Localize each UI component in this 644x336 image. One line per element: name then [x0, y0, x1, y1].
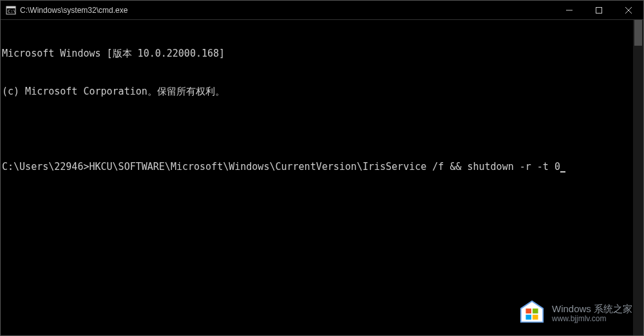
window-controls	[554, 1, 643, 19]
svg-rect-8	[533, 308, 538, 313]
svg-rect-9	[526, 315, 531, 320]
svg-rect-1	[6, 6, 15, 8]
svg-text:C:\: C:\	[8, 9, 16, 14]
prompt-text: C:\Users\22946>	[2, 161, 89, 173]
svg-rect-7	[526, 308, 531, 313]
svg-rect-10	[533, 315, 538, 320]
watermark-url: www.bjjmlv.com	[552, 315, 632, 323]
minimize-button[interactable]	[554, 1, 584, 20]
command-text: HKCU\SOFTWARE\Microsoft\Windows\CurrentV…	[89, 161, 560, 173]
terminal-body[interactable]: Microsoft Windows [版本 10.0.22000.168] (c…	[1, 20, 643, 335]
cmd-window: C:\ C:\Windows\system32\cmd.exe Microsof…	[0, 0, 644, 336]
watermark-text: Windows 系统之家 www.bjjmlv.com	[552, 304, 632, 323]
cursor	[560, 171, 565, 173]
copyright-line: (c) Microsoft Corporation。保留所有权利。	[2, 86, 642, 98]
scrollbar-thumb[interactable]	[634, 20, 642, 46]
close-button[interactable]	[614, 1, 643, 20]
version-line: Microsoft Windows [版本 10.0.22000.168]	[2, 48, 642, 61]
windows-logo-icon	[518, 300, 545, 327]
scrollbar[interactable]	[633, 20, 643, 335]
prompt-line: C:\Users\22946>HKCU\SOFTWARE\Microsoft\W…	[2, 161, 642, 174]
window-title: C:\Windows\system32\cmd.exe	[20, 6, 128, 15]
titlebar[interactable]: C:\ C:\Windows\system32\cmd.exe	[1, 1, 643, 20]
watermark-title: Windows 系统之家	[552, 304, 632, 315]
titlebar-left: C:\ C:\Windows\system32\cmd.exe	[6, 5, 128, 15]
maximize-button[interactable]	[584, 1, 614, 20]
blank-line	[2, 123, 642, 136]
watermark: Windows 系统之家 www.bjjmlv.com	[518, 300, 632, 327]
svg-rect-4	[596, 8, 602, 14]
cmd-icon: C:\	[6, 5, 16, 15]
